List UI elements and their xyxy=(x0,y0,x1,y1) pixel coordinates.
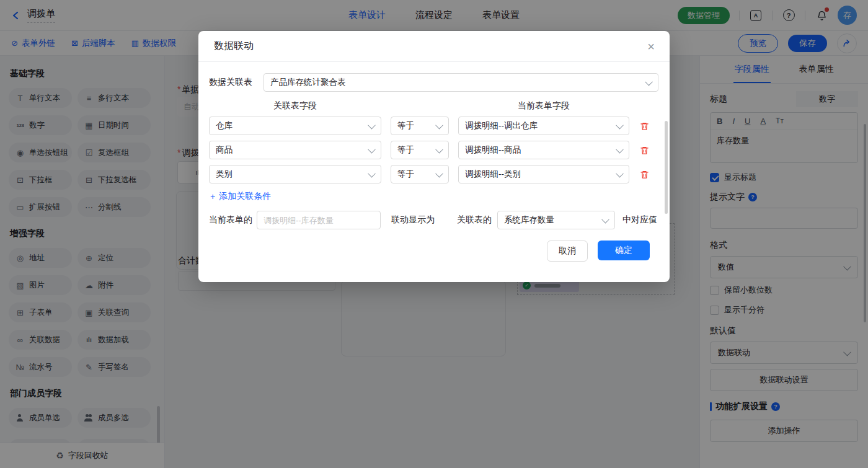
chevron-down-icon xyxy=(616,145,624,153)
chevron-down-icon xyxy=(601,215,609,223)
chevron-down-icon xyxy=(616,169,624,177)
operator-select[interactable]: 等于 xyxy=(391,141,449,159)
suffix-label: 中对应值 xyxy=(622,214,657,226)
current-form-column-header: 当前表单字段 xyxy=(458,100,629,112)
delete-condition-button[interactable] xyxy=(639,120,650,132)
chevron-down-icon xyxy=(435,145,443,153)
current-form-field-input[interactable] xyxy=(257,211,381,229)
current-field-select[interactable]: 调拨明细--调出仓库 xyxy=(458,117,629,135)
condition-row: 商品等于调拨明细--商品 xyxy=(209,141,658,159)
chevron-down-icon xyxy=(368,121,376,129)
current-form-label: 当前表单的 xyxy=(209,214,252,226)
link-table-label: 数据关联表 xyxy=(209,77,252,88)
data-linkage-modal: 数据联动 × 数据关联表 产品库存统计聚合表 关联表字段 当前表单字段 仓库等于… xyxy=(198,31,670,282)
modal-title: 数据联动 xyxy=(214,40,254,53)
select-value: 调拨明细--调出仓库 xyxy=(465,120,538,131)
operator-select[interactable]: 等于 xyxy=(391,165,449,183)
modal-scrollbar[interactable] xyxy=(665,121,668,214)
select-value: 仓库 xyxy=(216,120,232,131)
related-field-select[interactable]: 商品 xyxy=(209,141,381,159)
operator-select[interactable]: 等于 xyxy=(391,117,449,135)
current-field-select[interactable]: 调拨明细--类别 xyxy=(458,165,629,183)
chevron-down-icon xyxy=(368,169,376,177)
chevron-down-icon xyxy=(368,145,376,153)
chevron-down-icon xyxy=(435,121,443,129)
select-value: 类别 xyxy=(216,169,232,180)
select-value: 商品 xyxy=(216,144,232,156)
chevron-down-icon xyxy=(645,77,653,86)
condition-row: 仓库等于调拨明细--调出仓库 xyxy=(209,117,658,135)
cancel-button[interactable]: 取消 xyxy=(547,241,588,262)
confirm-button[interactable]: 确定 xyxy=(598,241,650,260)
linked-table-label: 关联表的 xyxy=(457,214,492,226)
delete-condition-button[interactable] xyxy=(639,144,650,156)
current-field-select[interactable]: 调拨明细--商品 xyxy=(458,141,629,159)
linked-field-select[interactable]: 系统库存数量 xyxy=(497,211,615,229)
app-root: 调拨单 表单设计流程设定表单设置 数据管理 A ? 存 ⊘表单外链⊠后端脚本▥数… xyxy=(0,0,868,468)
delete-condition-button[interactable] xyxy=(639,168,650,180)
select-value: 等于 xyxy=(397,169,414,180)
trash-icon xyxy=(640,121,649,131)
condition-row: 类别等于调拨明细--类别 xyxy=(209,165,658,183)
related-field-select[interactable]: 仓库 xyxy=(209,117,381,135)
close-icon[interactable]: × xyxy=(647,40,655,53)
trash-icon xyxy=(640,169,649,180)
display-as-label: 联动显示为 xyxy=(391,214,435,226)
add-condition-link[interactable]: + 添加关联条件 xyxy=(210,191,271,202)
select-value: 等于 xyxy=(397,120,414,131)
plus-icon: + xyxy=(210,192,215,201)
link-table-select[interactable]: 产品库存统计聚合表 xyxy=(264,73,658,92)
related-field-column-header: 关联表字段 xyxy=(209,100,381,112)
trash-icon xyxy=(640,145,649,156)
related-field-select[interactable]: 类别 xyxy=(209,165,381,183)
select-value: 调拨明细--类别 xyxy=(465,169,521,180)
select-value: 调拨明细--商品 xyxy=(465,144,521,156)
chevron-down-icon xyxy=(616,121,624,129)
select-value: 等于 xyxy=(397,144,414,156)
chevron-down-icon xyxy=(435,169,443,177)
